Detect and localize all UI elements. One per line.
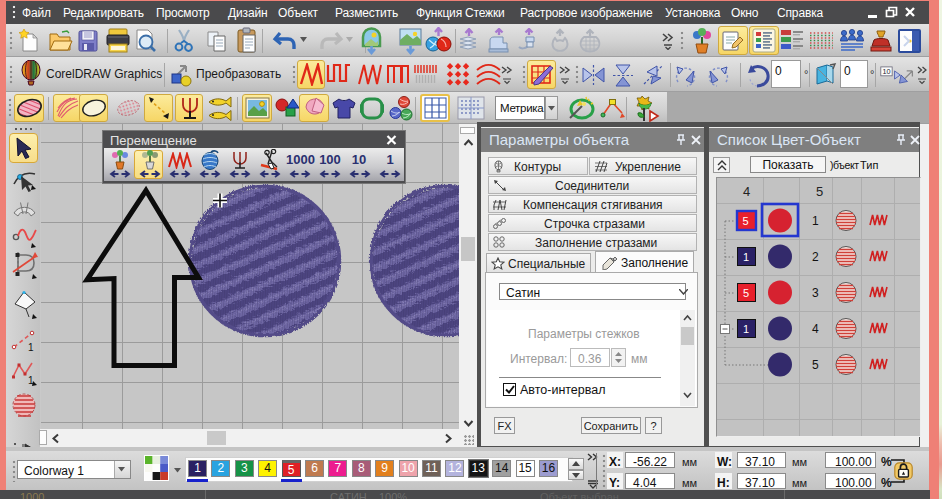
svg-text:2: 2 — [812, 250, 819, 264]
svg-text:1: 1 — [743, 251, 749, 263]
svg-text:1: 1 — [743, 323, 749, 335]
svg-text:3: 3 — [812, 286, 819, 300]
svg-text:5: 5 — [816, 184, 823, 199]
svg-text:4: 4 — [812, 322, 819, 336]
svg-text:5: 5 — [743, 215, 749, 227]
svg-text:4: 4 — [743, 184, 750, 199]
svg-text:5: 5 — [812, 358, 819, 372]
svg-text:5: 5 — [743, 287, 749, 299]
svg-text:1: 1 — [812, 214, 819, 228]
svg-text:1: 1 — [28, 342, 34, 353]
svg-text:10: 10 — [882, 67, 890, 76]
